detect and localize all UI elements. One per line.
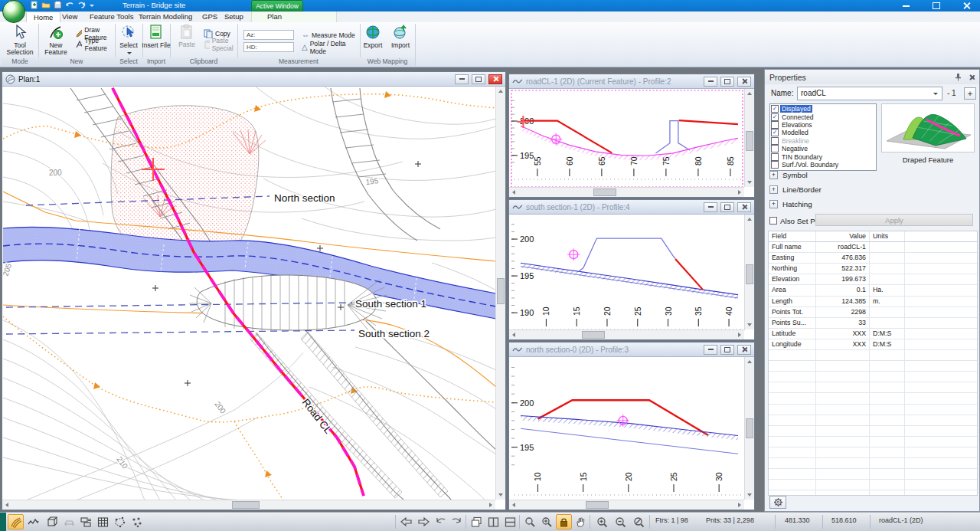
scroll-thumb[interactable] (582, 331, 605, 339)
profile-minimize-button[interactable] (704, 202, 717, 212)
table-view-toggle[interactable] (95, 514, 111, 529)
plan-close-button[interactable] (488, 74, 502, 84)
scroll-up-icon[interactable] (747, 92, 752, 95)
flag-label[interactable]: Displayed (780, 105, 812, 113)
nav-first-button[interactable] (432, 514, 448, 529)
profile-minimize-button[interactable] (704, 77, 717, 87)
plan-map-canvas[interactable]: 200 195 205 200 210 North section South … (3, 87, 496, 500)
scroll-down-icon[interactable] (747, 323, 752, 326)
profile-restore-button[interactable] (720, 345, 734, 355)
scroll-right-icon[interactable] (738, 503, 741, 507)
flag-label[interactable]: TIN Boundary (780, 153, 824, 161)
pin-icon[interactable] (954, 73, 962, 81)
pan-tool-button[interactable] (573, 514, 589, 529)
paste-button[interactable]: Paste (170, 25, 204, 57)
plan-vertical-scrollbar[interactable] (495, 87, 505, 500)
apply-button[interactable]: Apply (815, 214, 973, 226)
expand-icon[interactable]: + (769, 185, 778, 194)
scroll-up-icon[interactable] (747, 360, 752, 363)
flag-checkbox[interactable]: ✓ (771, 129, 779, 136)
profile-restore-button[interactable] (720, 202, 734, 212)
app-close-button[interactable] (957, 0, 977, 11)
redo-icon[interactable] (77, 1, 86, 9)
point-cloud-toggle[interactable] (129, 514, 145, 529)
contour-display-toggle[interactable] (8, 514, 24, 529)
azimuth-input[interactable] (256, 31, 289, 39)
profile-close-button[interactable] (737, 202, 751, 212)
tab-terrain-modeling[interactable]: Terrain Modeling (132, 11, 199, 22)
profile-window-titlebar[interactable]: roadCL-1 (2D) (Current Feature) - Profil… (509, 74, 754, 89)
plan-minimize-button[interactable] (455, 74, 469, 84)
polygon-select-toggle[interactable] (112, 514, 128, 529)
plan-window-titlebar[interactable]: Plan:1 (2, 72, 505, 87)
zoom-out-button[interactable] (612, 514, 629, 529)
nav-next-button[interactable] (415, 514, 431, 529)
scroll-up-icon[interactable] (498, 90, 503, 93)
web-export-button[interactable]: Export (358, 25, 387, 57)
profile-vertical-scrollbar[interactable] (744, 357, 754, 500)
cascade-windows-button[interactable] (469, 514, 485, 529)
profile-vertical-scrollbar[interactable] (744, 215, 754, 329)
profile-window-titlebar[interactable]: north section-0 (2D) - Profile:3 (509, 343, 754, 357)
flag-label[interactable]: Negative (780, 145, 809, 152)
tile-vertical-button[interactable] (485, 514, 501, 529)
expand-icon[interactable]: + (769, 200, 778, 208)
insert-file-button[interactable]: Insert File (139, 25, 173, 57)
south-section-2-line[interactable] (6, 330, 354, 334)
zoom-lock-button[interactable] (556, 514, 572, 529)
multi-view-toggle[interactable] (78, 514, 94, 529)
also-set-profile-checkbox[interactable] (769, 217, 777, 225)
flag-label[interactable]: Surf./Vol. Boundary (780, 161, 840, 169)
profile-vertical-scrollbar[interactable] (744, 89, 754, 187)
plan-horizontal-scrollbar[interactable] (2, 500, 495, 510)
azimuth-field[interactable]: Az: (243, 30, 294, 40)
scroll-thumb[interactable] (593, 188, 616, 196)
tab-plan[interactable]: Plan (260, 11, 289, 22)
expander-hatching[interactable]: + Hatching (769, 198, 973, 210)
scroll-right-icon[interactable] (489, 503, 492, 507)
settings-button[interactable] (769, 496, 786, 509)
profile-plot-roadcl[interactable]: 20019555606570758085 (510, 89, 745, 188)
zoom-in-button[interactable] (594, 514, 610, 529)
scroll-right-icon[interactable] (738, 190, 741, 195)
horizontal-distance-field[interactable]: HD: (243, 42, 294, 52)
plan-restore-button[interactable] (472, 74, 485, 84)
flag-label[interactable]: Connected (780, 113, 815, 121)
tile-horizontal-button[interactable] (502, 514, 518, 529)
profile-horizontal-scrollbar[interactable] (509, 187, 744, 197)
nav-previous-button[interactable] (398, 514, 414, 529)
scroll-thumb[interactable] (232, 501, 260, 509)
type-feature-button[interactable]: Type Feature (75, 39, 115, 49)
profile-plot-south-section[interactable]: 20019519010152025303540 (510, 215, 745, 331)
profile-display-toggle[interactable] (25, 514, 41, 529)
flag-checkbox[interactable] (771, 121, 779, 129)
expander-symbol[interactable]: + Symbol (769, 169, 973, 181)
profile-close-button[interactable] (737, 345, 751, 355)
profile-minimize-button[interactable] (704, 345, 717, 355)
flag-checkbox[interactable]: ✓ (771, 113, 779, 121)
flag-checkbox[interactable] (771, 145, 779, 152)
flag-label[interactable]: Elevations (780, 121, 814, 129)
app-logo-icon[interactable] (2, 0, 25, 23)
expander-line-border[interactable]: + Line/Border (769, 184, 973, 195)
new-file-icon[interactable] (31, 1, 38, 9)
new-feature-button[interactable]: New Feature (39, 25, 73, 57)
save-icon[interactable] (54, 1, 62, 9)
profile-plot-north-section[interactable]: 2001951015202530 (510, 357, 745, 501)
feature-name-combobox[interactable]: roadCL (797, 87, 942, 100)
add-feature-button[interactable]: + (964, 87, 976, 100)
zoom-region-button[interactable] (539, 514, 555, 529)
undo-icon[interactable] (65, 1, 74, 9)
scroll-thumb[interactable] (497, 278, 505, 304)
scroll-thumb[interactable] (746, 264, 753, 284)
flag-checkbox[interactable] (771, 153, 779, 161)
tool-selection-button[interactable]: Tool Selection (3, 25, 37, 57)
scroll-up-icon[interactable] (747, 218, 752, 221)
scroll-left-icon[interactable] (5, 503, 8, 507)
web-import-button[interactable]: Import (386, 25, 415, 57)
scroll-down-icon[interactable] (747, 181, 752, 184)
tab-view[interactable]: View (55, 11, 84, 22)
zoom-tool-button[interactable] (522, 514, 538, 529)
expand-icon[interactable]: + (769, 171, 778, 179)
paste-special-button[interactable]: Paste Special (204, 39, 237, 49)
